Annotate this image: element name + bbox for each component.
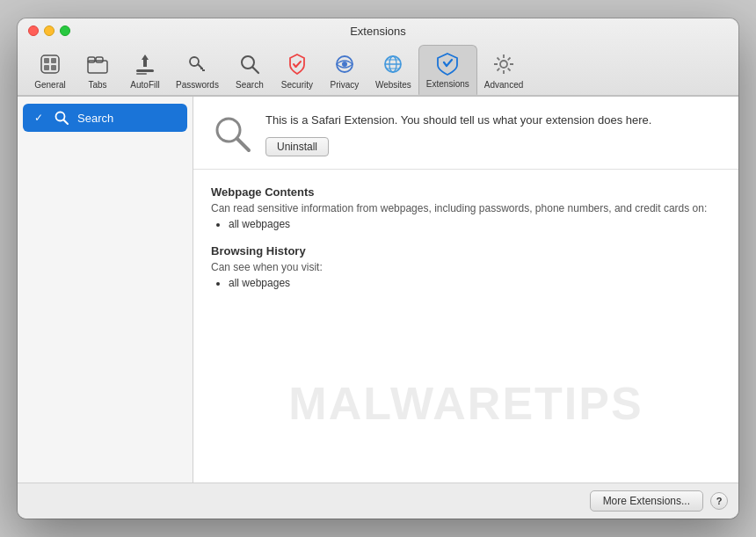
svg-line-35 xyxy=(63,120,68,124)
svg-rect-6 xyxy=(88,57,95,62)
extension-info: This is a Safari Extension. You should t… xyxy=(265,112,721,156)
general-label: General xyxy=(34,80,66,90)
svg-rect-9 xyxy=(136,73,147,75)
check-icon: ✓ xyxy=(32,111,46,125)
svg-line-32 xyxy=(508,58,511,61)
svg-rect-13 xyxy=(202,69,205,71)
svg-rect-4 xyxy=(51,65,56,70)
permissions-area: Webpage Contents Can read sensitive info… xyxy=(193,170,738,483)
search-label: Search xyxy=(236,80,264,90)
advanced-label: Advanced xyxy=(484,80,523,90)
svg-line-33 xyxy=(498,69,500,71)
sidebar: ✓ Search xyxy=(18,97,193,483)
webpage-contents-list: all webpages xyxy=(229,218,721,230)
svg-rect-1 xyxy=(44,58,49,63)
toolbar-item-advanced[interactable]: Advanced xyxy=(477,47,530,95)
traffic-lights xyxy=(28,25,70,36)
toolbar-item-passwords[interactable]: Passwords xyxy=(169,47,226,95)
svg-line-31 xyxy=(508,69,511,71)
svg-point-25 xyxy=(500,61,507,68)
browsing-history-list: all webpages xyxy=(229,277,721,289)
main-panel: MALWARETIPS This is a Safari Extension. … xyxy=(193,97,738,483)
websites-icon xyxy=(379,50,407,78)
permission-section-webpage: Webpage Contents Can read sensitive info… xyxy=(211,185,721,230)
content-area: ✓ Search MALWARETIPS xyxy=(18,96,738,483)
svg-point-19 xyxy=(342,62,347,67)
webpage-contents-title: Webpage Contents xyxy=(211,185,721,199)
extension-big-icon xyxy=(211,112,253,155)
toolbar-item-websites[interactable]: Websites xyxy=(368,47,418,95)
privacy-icon xyxy=(331,50,359,78)
sidebar-ext-icon xyxy=(53,109,70,127)
safari-preferences-window: Extensions General xyxy=(18,18,738,519)
more-extensions-button[interactable]: More Extensions... xyxy=(590,490,703,512)
sidebar-ext-label: Search xyxy=(77,112,113,125)
toolbar-item-autofill[interactable]: AutoFill xyxy=(121,47,169,95)
svg-rect-0 xyxy=(41,55,59,73)
toolbar: General Tabs xyxy=(18,41,738,95)
svg-line-15 xyxy=(252,68,258,74)
extensions-label: Extensions xyxy=(426,79,469,89)
browsing-history-desc: Can see when you visit: xyxy=(211,261,721,273)
toolbar-item-security[interactable]: Security xyxy=(273,47,321,95)
tabs-icon xyxy=(84,50,112,78)
toolbar-item-privacy[interactable]: Privacy xyxy=(321,47,368,95)
autofill-label: AutoFill xyxy=(130,80,159,90)
bottom-bar: More Extensions... ? xyxy=(18,483,738,519)
sidebar-item-search-ext[interactable]: ✓ Search xyxy=(23,104,187,132)
webpage-list-item: all webpages xyxy=(229,218,721,230)
svg-rect-3 xyxy=(44,65,49,70)
extension-header: This is a Safari Extension. You should t… xyxy=(193,97,738,170)
websites-label: Websites xyxy=(375,80,411,90)
help-button[interactable]: ? xyxy=(710,492,728,510)
maximize-button[interactable] xyxy=(60,25,70,36)
minimize-button[interactable] xyxy=(44,25,55,36)
extension-description: This is a Safari Extension. You should t… xyxy=(265,112,721,128)
security-label: Security xyxy=(281,80,313,90)
svg-line-30 xyxy=(498,58,500,61)
search-toolbar-icon xyxy=(236,50,264,78)
passwords-icon xyxy=(183,50,211,78)
svg-line-37 xyxy=(237,139,250,151)
general-icon xyxy=(36,50,64,78)
tabs-label: Tabs xyxy=(88,80,106,90)
privacy-label: Privacy xyxy=(331,80,360,90)
extensions-icon xyxy=(433,49,462,77)
svg-rect-7 xyxy=(96,57,103,62)
svg-rect-8 xyxy=(136,69,154,72)
permission-section-browsing: Browsing History Can see when you visit:… xyxy=(211,244,721,289)
svg-rect-2 xyxy=(51,58,56,63)
toolbar-item-tabs[interactable]: Tabs xyxy=(74,47,121,95)
toolbar-item-general[interactable]: General xyxy=(26,47,74,95)
svg-line-17 xyxy=(295,62,301,67)
passwords-label: Passwords xyxy=(176,80,219,90)
toolbar-item-search[interactable]: Search xyxy=(226,47,273,95)
window-title: Extensions xyxy=(350,25,406,38)
titlebar: Extensions General xyxy=(18,18,738,96)
svg-rect-12 xyxy=(200,68,203,69)
webpage-contents-desc: Can read sensitive information from webp… xyxy=(211,202,721,214)
uninstall-button[interactable]: Uninstall xyxy=(265,137,329,156)
advanced-icon xyxy=(490,50,518,78)
close-button[interactable] xyxy=(28,25,39,36)
browsing-history-title: Browsing History xyxy=(211,244,721,258)
security-icon xyxy=(283,50,311,78)
browsing-list-item: all webpages xyxy=(229,277,721,289)
autofill-icon xyxy=(131,50,159,78)
toolbar-item-extensions[interactable]: Extensions xyxy=(418,45,477,95)
